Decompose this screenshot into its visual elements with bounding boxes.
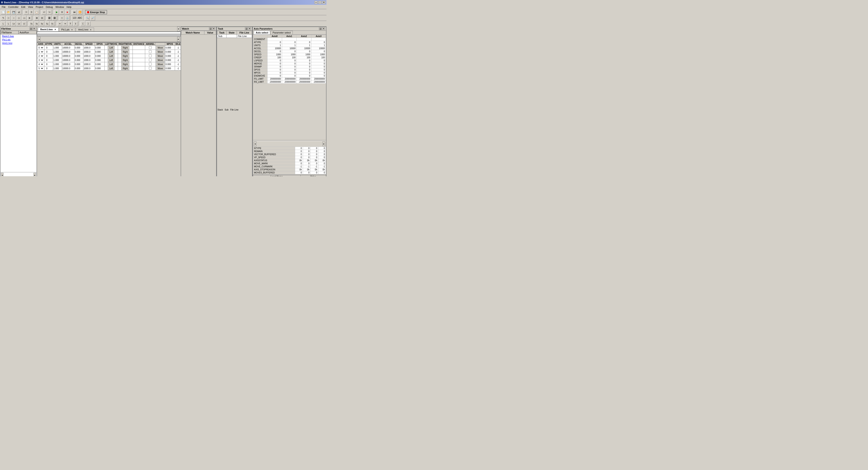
tb-arr1[interactable]: ⇐ [58, 21, 62, 26]
ar-absrel-cb-0[interactable] [146, 46, 155, 49]
ar-move-btn-5[interactable]: Move [156, 67, 164, 70]
editor-area[interactable]: 1 Scope ✕ Config Start Scope Stop [37, 32, 181, 36]
ar-left-btn-1[interactable]: Left [108, 50, 115, 54]
menu-project[interactable]: Project [34, 5, 44, 8]
tb-zoom2[interactable]: 🔎 [90, 15, 95, 21]
tb-s2[interactable]: □ [6, 15, 11, 21]
ar-move-btn-2[interactable]: Move [156, 54, 164, 58]
ar-right-btn-1[interactable]: Right [121, 50, 129, 54]
tb-pause[interactable]: ⏸ [60, 10, 64, 14]
emerge-stop-btn[interactable]: Emerge Stop [85, 10, 107, 14]
ar-left-btn-5[interactable]: Left [108, 67, 115, 70]
ar-absrel-cb-5[interactable] [146, 67, 155, 70]
tb-t3[interactable]: Lx [11, 21, 16, 26]
menu-edit[interactable]: Edit [20, 5, 27, 8]
tb-arr2[interactable]: ⇒ [63, 21, 67, 26]
watch-close-btn[interactable]: ✕ [212, 27, 215, 30]
ar-absrel-cb-2[interactable] [146, 54, 155, 57]
axisparam-close-btn[interactable]: ✕ [322, 27, 325, 30]
tb-arr3[interactable]: ⇑ [68, 21, 73, 26]
ar-axis-sel-4[interactable]: 4 [38, 63, 44, 66]
menu-view[interactable]: View [27, 5, 34, 8]
menu-help[interactable]: Help [65, 5, 73, 8]
ar-left-btn-2[interactable]: Left [108, 54, 115, 58]
menu-controller[interactable]: Controller [7, 5, 20, 8]
tb-s5[interactable]: ▭ [22, 15, 27, 21]
ar-right-btn-0[interactable]: Right [121, 46, 129, 50]
axis-scroll-left[interactable]: ◄ [38, 37, 40, 41]
tb-print[interactable]: 🖨 [17, 10, 21, 14]
tb-new[interactable]: 📄 [1, 10, 6, 14]
tb-s11[interactable]: S₃ [40, 21, 44, 26]
tb-redo[interactable]: ↪ [47, 10, 52, 14]
tb-stop[interactable]: ■ [65, 10, 70, 14]
task-float-btn[interactable]: ◫ [245, 27, 248, 30]
tb-s6[interactable]: ⊕ [27, 15, 32, 21]
minimize-btn[interactable]: — [314, 1, 318, 4]
tab-scroll-right[interactable]: ▼ [177, 27, 180, 31]
tb-run[interactable]: ▶ [54, 10, 59, 14]
close-btn[interactable]: ✕ [322, 1, 326, 4]
tb-arr4[interactable]: ⇓ [73, 21, 78, 26]
tab-hmi-close[interactable]: ✕ [90, 29, 92, 31]
tab-basic[interactable]: Basic1.bas ✕ [38, 27, 59, 31]
ar-axis-sel-3[interactable]: 3 [38, 59, 44, 62]
fv-file-basic[interactable]: Basic1.bas [0, 34, 37, 38]
ar-axis-sel-5[interactable]: 5 [38, 67, 44, 70]
tb-s9[interactable]: S₁ [29, 21, 34, 26]
ar-move-btn-3[interactable]: Move [156, 58, 164, 62]
ar-axis-sel-2[interactable]: 2 [38, 55, 44, 57]
ar-absrel-cb-1[interactable] [146, 50, 155, 53]
ar-right-btn-2[interactable]: Right [121, 54, 129, 58]
tb-copy[interactable]: ⎘ [29, 10, 34, 14]
menu-window[interactable]: Window [54, 5, 65, 8]
ar-axis-sel-1[interactable]: 1 [38, 51, 44, 53]
watch-float-btn[interactable]: ◫ [209, 27, 212, 30]
tb-img1[interactable]: 🖼 [47, 15, 52, 21]
fv-nav-right[interactable]: ► [33, 173, 36, 176]
axisparam-float-btn[interactable]: ◫ [319, 27, 322, 30]
tab-plc[interactable]: Plc1.plc ✕ [59, 28, 75, 31]
tb-t5[interactable]: Ll [22, 21, 27, 26]
tb-debug1[interactable]: ⏭ [72, 10, 77, 14]
tb-s4[interactable]: ◇ [17, 15, 21, 21]
ar-left-btn-3[interactable]: Left [108, 58, 115, 62]
tb-paste[interactable]: 📋 [34, 10, 39, 14]
tb-s12[interactable]: S₄ [45, 21, 50, 26]
tab-plc-close[interactable]: ✕ [71, 29, 73, 31]
tb-img2[interactable]: 🖼 [52, 15, 57, 21]
fv-nav-left[interactable]: ◄ [1, 173, 3, 176]
tb-s8[interactable]: ⊟ [40, 15, 44, 21]
maximize-btn[interactable]: □ [318, 1, 322, 4]
ar-right-btn-5[interactable]: Right [121, 67, 129, 70]
tb-open[interactable]: 📂 [6, 10, 11, 14]
axisparam-tab-axis[interactable]: Axis select [254, 31, 270, 34]
ar-left-btn-0[interactable]: Left [108, 46, 115, 50]
tb-s1[interactable]: ✎ [1, 15, 6, 21]
ar-absrel-cb-3[interactable] [146, 59, 155, 61]
tab-hmi[interactable]: Hmi1.hmi ✕ [76, 28, 94, 31]
tb-t2[interactable]: L [6, 21, 11, 26]
tb-debug2[interactable]: ⏩ [78, 10, 82, 14]
tb-save[interactable]: 💾 [11, 10, 16, 14]
ap-nav-right[interactable]: ► [322, 142, 325, 146]
fileview-close-btn[interactable]: ✕ [33, 27, 36, 30]
ar-absrel-cb-4[interactable] [146, 63, 155, 65]
ar-right-btn-4[interactable]: Right [121, 62, 129, 66]
tb-brk1[interactable]: { [81, 21, 85, 26]
tb-s10[interactable]: S₂ [34, 21, 39, 26]
ar-right-btn-3[interactable]: Right [121, 58, 129, 62]
fv-file-hmi[interactable]: Hmi1.hmi [0, 41, 37, 45]
axisparam-tab-param[interactable]: Parameter select [271, 31, 292, 34]
fileview-float-btn[interactable]: ◫ [29, 27, 32, 30]
tb-zoom1[interactable]: 🔍 [85, 15, 90, 21]
tb-t1[interactable]: L [1, 21, 6, 26]
tb-s3[interactable]: ○ [11, 15, 16, 21]
tb-s7[interactable]: ⊞ [34, 15, 39, 21]
fv-file-plc[interactable]: Plc1.plc [0, 38, 37, 41]
tb-brk2[interactable]: } [86, 21, 91, 26]
tb-cut[interactable]: ✂ [24, 10, 29, 14]
tb-latch[interactable]: ⚓ [65, 15, 70, 21]
menu-debug[interactable]: Debug [44, 5, 54, 8]
ar-move-btn-4[interactable]: Move [156, 62, 164, 66]
